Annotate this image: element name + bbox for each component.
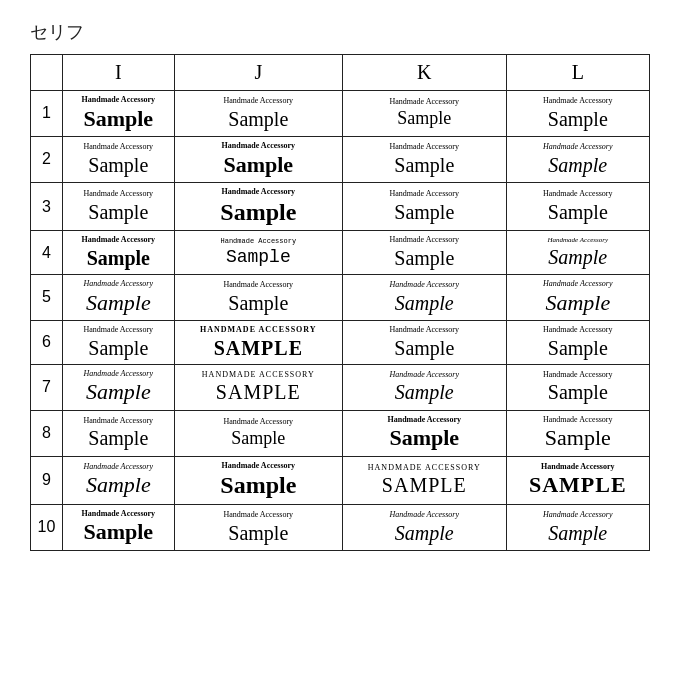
font-cell: Handmade AccessorySample [63, 182, 175, 230]
cell-top-text: Handmade Accessory [84, 325, 154, 335]
cell-bottom-text: Sample [220, 198, 296, 227]
cell-top-text: Handmade Accessory [82, 95, 156, 105]
font-cell: Handmade AccessorySample [506, 274, 649, 320]
cell-top-text: Handmade Accessory [84, 189, 154, 199]
table-row: 2Handmade AccessorySampleHandmade Access… [31, 136, 650, 182]
font-cell: Handmade AccessorySample [63, 410, 175, 456]
cell-top-text: Handmade Accessory [390, 370, 459, 380]
font-cell: Handmade AccessorySample [63, 136, 175, 182]
row-number: 3 [31, 182, 63, 230]
cell-top-text: Handmade Accessory [390, 189, 460, 199]
cell-top-text: Handmade Accessory [84, 416, 154, 426]
cell-bottom-text: Sample [394, 336, 454, 360]
font-cell: Handmade AccessorySample [63, 231, 175, 275]
cell-top-text: Handmade Accessory [84, 279, 153, 289]
corner-header [31, 55, 63, 91]
cell-top-text: Handmade Accessory [390, 280, 459, 290]
font-cell: Handmade AccessorySample [506, 182, 649, 230]
cell-bottom-text: Sample [389, 425, 459, 451]
col-header-I: I [63, 55, 175, 91]
font-cell: HANDMADE ACCESSORYSAMPLE [174, 364, 342, 410]
font-cell: Handmade AccessorySample [63, 320, 175, 364]
table-row: 5Handmade AccessorySampleHandmade Access… [31, 274, 650, 320]
cell-top-text: Handmade Accessory [222, 461, 296, 471]
row-number: 10 [31, 504, 63, 550]
font-cell: Handmade AccessorySample [343, 182, 507, 230]
font-cell: HANDMADE ACCESSORYSAMPLE [174, 320, 342, 364]
cell-top-text: Handmade Accessory [390, 510, 459, 520]
cell-bottom-text: Sample [228, 521, 288, 545]
cell-bottom-text: SAMPLE [382, 473, 467, 497]
page-title: セリフ [30, 20, 650, 44]
cell-top-text: HANDMADE ACCESSORY [368, 463, 481, 473]
cell-top-text: Handmade Accessory [543, 189, 613, 199]
cell-bottom-text: Sample [548, 200, 608, 224]
font-cell: Handmade AccessorySample [343, 136, 507, 182]
cell-bottom-text: Sample [86, 290, 151, 316]
cell-bottom-text: SAMPLE [216, 380, 301, 404]
row-number: 5 [31, 274, 63, 320]
cell-top-text: Handmade Accessory [224, 510, 294, 520]
cell-bottom-text: Sample [394, 200, 454, 224]
font-cell: Handmade AccessorySample [343, 410, 507, 456]
cell-bottom-text: SAMPLE [529, 472, 627, 498]
cell-bottom-text: Sample [87, 246, 150, 270]
table-row: 4Handmade AccessorySampleHandmade Access… [31, 231, 650, 275]
font-cell: Handmade AccessorySample [63, 274, 175, 320]
font-cell: Handmade AccessorySample [63, 91, 175, 137]
cell-bottom-text: Sample [223, 152, 293, 178]
row-number: 7 [31, 364, 63, 410]
cell-top-text: Handmade Accessory [543, 370, 613, 380]
cell-top-text: Handmade Accessory [84, 142, 154, 152]
cell-bottom-text: Sample [395, 380, 454, 404]
font-cell: Handmade AccessorySample [174, 231, 342, 275]
font-cell: Handmade AccessorySample [506, 136, 649, 182]
cell-bottom-text: Sample [395, 291, 454, 315]
cell-top-text: Handmade Accessory [543, 325, 613, 335]
col-header-J: J [174, 55, 342, 91]
font-comparison-table: I J K L 1Handmade AccessorySampleHandmad… [30, 54, 650, 551]
table-row: 6Handmade AccessorySampleHANDMADE ACCESS… [31, 320, 650, 364]
cell-bottom-text: Sample [88, 426, 148, 450]
cell-top-text: Handmade Accessory [390, 97, 460, 107]
cell-bottom-text: Sample [548, 521, 607, 545]
row-number: 6 [31, 320, 63, 364]
cell-bottom-text: Sample [83, 519, 153, 545]
col-header-K: K [343, 55, 507, 91]
cell-bottom-text: Sample [394, 246, 454, 270]
table-row: 8Handmade AccessorySampleHandmade Access… [31, 410, 650, 456]
col-header-L: L [506, 55, 649, 91]
cell-top-text: Handmade Accessory [222, 141, 296, 151]
font-cell: Handmade AccessorySample [506, 410, 649, 456]
cell-bottom-text: Sample [545, 425, 611, 451]
font-cell: Handmade AccessorySample [343, 91, 507, 137]
cell-bottom-text: Sample [88, 336, 148, 360]
cell-bottom-text: Sample [228, 107, 288, 131]
font-cell: Handmade AccessorySample [506, 504, 649, 550]
cell-top-text: Handmade Accessory [224, 280, 294, 290]
font-cell: Handmade AccessorySample [343, 320, 507, 364]
cell-top-text: Handmade Accessory [220, 237, 296, 245]
row-number: 4 [31, 231, 63, 275]
cell-top-text: Handmade Accessory [222, 187, 296, 197]
row-number: 9 [31, 456, 63, 504]
table-row: 1Handmade AccessorySampleHandmade Access… [31, 91, 650, 137]
cell-top-text: Handmade Accessory [543, 510, 612, 520]
cell-top-text: Handmade Accessory [390, 142, 460, 152]
cell-bottom-text: Sample [228, 291, 288, 315]
table-row: 7Handmade AccessorySampleHANDMADE ACCESS… [31, 364, 650, 410]
font-cell: Handmade AccessorySample [174, 504, 342, 550]
cell-bottom-text: Sample [397, 108, 451, 130]
cell-top-text: Handmade Accessory [82, 235, 156, 245]
font-cell: Handmade AccessorySample [174, 182, 342, 230]
cell-top-text: HANDMADE ACCESSORY [202, 370, 315, 380]
cell-top-text: Handmade Accessory [543, 415, 613, 425]
row-number: 1 [31, 91, 63, 137]
cell-top-text: Handmade Accessory [387, 415, 461, 425]
cell-top-text: Handmade Accessory [82, 509, 156, 519]
cell-top-text: Handmade Accessory [390, 235, 460, 245]
font-cell: HANDMADE ACCESSORYSAMPLE [343, 456, 507, 504]
font-cell: Handmade AccessorySample [174, 136, 342, 182]
cell-bottom-text: Sample [548, 107, 608, 131]
font-cell: Handmade AccessorySample [343, 504, 507, 550]
